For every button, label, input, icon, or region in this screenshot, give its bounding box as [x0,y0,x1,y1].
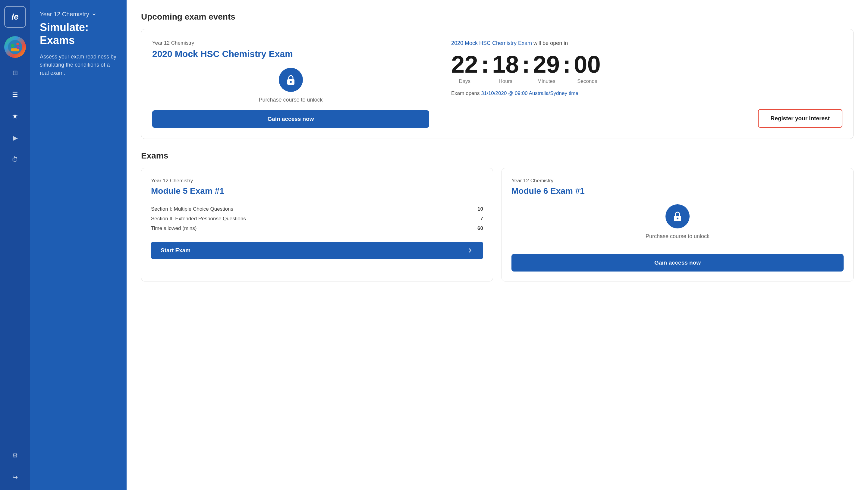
countdown-sep-2: : [519,53,533,76]
exam1-details: Section I: Multiple Choice Questions 10 … [151,204,483,233]
upcoming-exam-right: 2020 Mock HSC Chemistry Exam will be ope… [440,29,853,139]
svg-point-4 [17,46,20,49]
upcoming-section-title: Upcoming exam events [141,12,854,22]
course-selector[interactable]: Year 12 Chemistry [40,11,117,18]
main-content: Upcoming exam events Year 12 Chemistry 2… [127,0,868,490]
svg-point-6 [290,81,292,83]
exam1-detail-label-2: Section II: Extended Response Questions [151,216,246,222]
exam1-title: Module 5 Exam #1 [151,186,483,196]
upcoming-exam-card: Year 12 Chemistry 2020 Mock HSC Chemistr… [141,29,854,139]
hours-label: Hours [498,78,512,84]
countdown-hours: 18 Hours [492,53,519,84]
upcoming-exam-title: 2020 Mock HSC Chemistry Exam [152,49,293,59]
exams-section-title: Exams [141,151,854,161]
exam2-title: Module 6 Exam #1 [512,186,844,196]
page-title: Simulate: Exams [40,21,117,47]
exam1-course-label: Year 12 Chemistry [151,178,483,184]
exam2-lock-icon [672,210,684,222]
svg-point-8 [677,218,678,219]
star-icon[interactable]: ★ [8,110,22,123]
register-interest-button[interactable]: Register your interest [758,109,842,128]
minutes-number: 29 [533,53,560,76]
exam-link[interactable]: 2020 Mock HSC Chemistry Exam [451,40,532,46]
exam1-detail-value-2: 7 [480,216,483,222]
countdown-days: 22 Days [451,53,478,84]
days-number: 22 [451,53,478,76]
app-logo[interactable]: le [4,6,26,28]
exam1-detail-row-3: Time allowed (mins) 60 [151,224,483,233]
chevron-right-icon [467,247,473,254]
upcoming-exam-left: Year 12 Chemistry 2020 Mock HSC Chemistr… [141,29,440,139]
exam2-purchase-text: Purchase course to unlock [646,233,710,240]
purchase-text: Purchase course to unlock [258,97,322,103]
exam1-detail-row-1: Section I: Multiple Choice Questions 10 [151,204,483,214]
exam1-detail-label-1: Section I: Multiple Choice Questions [151,206,233,212]
play-icon[interactable]: ▶ [8,131,22,145]
menu-icon[interactable]: ☰ [8,88,22,101]
lock-icon [285,74,297,86]
countdown-seconds: 00 Seconds [574,53,601,84]
icon-rail: le ⊞ ☰ ★ ▶ ⏱ ⚙ ↪ [0,0,30,490]
exam-card-module6: Year 12 Chemistry Module 6 Exam #1 Purch… [501,168,854,281]
timer-icon[interactable]: ⏱ [8,153,22,166]
grid-icon[interactable]: ⊞ [8,66,22,80]
exam-date-link[interactable]: 31/10/2020 @ 09:00 Australia/Sydney time [481,90,578,96]
seconds-label: Seconds [577,78,597,84]
chevron-down-icon [92,12,96,17]
exam1-detail-label-3: Time allowed (mins) [151,225,196,232]
logout-icon[interactable]: ↪ [8,471,22,484]
gain-access-button[interactable]: Gain access now [152,110,429,128]
countdown-timer: 22 Days : 18 Hours : 29 Minutes : 00 Sec… [451,53,601,84]
page-description: Assess your exam readiness by simulating… [40,53,117,77]
exam2-locked-content: Purchase course to unlock [512,204,844,247]
course-label: Year 12 Chemistry [40,11,89,18]
exam-card-module5: Year 12 Chemistry Module 5 Exam #1 Secti… [141,168,493,281]
will-open-text: 2020 Mock HSC Chemistry Exam will be ope… [451,40,568,47]
user-avatar[interactable] [4,36,26,58]
exam2-lock-icon-circle [665,204,689,228]
countdown-sep-3: : [560,53,574,76]
days-label: Days [459,78,470,84]
countdown-minutes: 29 Minutes [533,53,560,84]
start-exam-label: Start Exam [161,247,190,254]
exam2-gain-access-button[interactable]: Gain access now [512,254,844,272]
exam2-course-label: Year 12 Chemistry [512,178,844,184]
start-exam-button[interactable]: Start Exam [151,242,483,259]
seconds-number: 00 [574,53,601,76]
svg-point-1 [11,44,14,48]
countdown-sep-1: : [478,53,492,76]
minutes-label: Minutes [537,78,555,84]
hours-number: 18 [492,53,519,76]
svg-point-2 [16,43,19,45]
exam1-detail-row-2: Section II: Extended Response Questions … [151,214,483,224]
exams-grid: Year 12 Chemistry Module 5 Exam #1 Secti… [141,168,854,281]
sidebar: Year 12 Chemistry Simulate: Exams Assess… [30,0,127,490]
exam1-detail-value-3: 60 [477,225,483,232]
upcoming-course-label: Year 12 Chemistry [152,40,194,46]
settings-icon[interactable]: ⚙ [8,449,22,462]
lock-icon-circle [279,68,303,92]
svg-point-0 [8,40,22,54]
exam1-detail-value-1: 10 [477,206,483,212]
exam-opens-text: Exam opens 31/10/2020 @ 09:00 Australia/… [451,90,578,96]
